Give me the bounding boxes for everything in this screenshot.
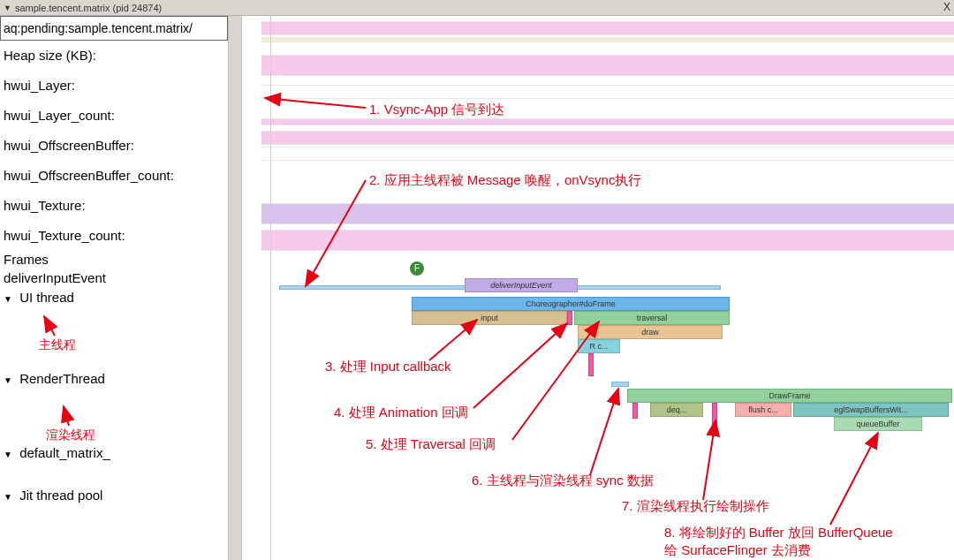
trace-slice[interactable] <box>712 403 717 433</box>
disclosure-icon: ▼ <box>4 489 16 505</box>
trace-track[interactable] <box>261 55 954 76</box>
trace-track[interactable] <box>261 230 954 251</box>
timeline[interactable]: F deliverInputEvent Choreographer#doFram… <box>261 16 954 560</box>
vsync-line <box>270 16 271 560</box>
sidebar-row[interactable]: aq:pending:sample.tencent.matrix/ <box>0 16 228 41</box>
close-button[interactable]: X <box>943 1 950 13</box>
ruler-gutter <box>242 16 261 560</box>
trace-track[interactable] <box>261 203 954 224</box>
disclosure-icon: ▼ <box>4 447 16 463</box>
disclosure-icon: ▼ <box>4 373 16 389</box>
sidebar-row-ui-thread[interactable]: ▼ UI thread <box>0 290 228 307</box>
frame-marker[interactable]: F <box>410 261 424 276</box>
sidebar-row[interactable]: hwui_Texture: <box>0 191 228 221</box>
sidebar-row[interactable]: Heap size (KB): <box>0 41 228 71</box>
trace-draw[interactable]: draw <box>578 325 723 339</box>
trace-track[interactable] <box>261 21 954 35</box>
sidebar-row-default-matrix[interactable]: ▼ default_matrix_ <box>0 445 228 465</box>
trace-slice[interactable] <box>588 353 594 376</box>
trace-sync[interactable] <box>611 382 629 387</box>
trace-deq[interactable]: deq... <box>650 403 703 417</box>
sidebar: aq:pending:sample.tencent.matrix/ Heap s… <box>0 16 228 560</box>
trace-deliver-input[interactable]: deliverInputEvent <box>465 278 578 292</box>
sidebar-row[interactable]: hwui_OffscreenBuffer_count: <box>0 161 228 191</box>
disclosure-icon: ▼ <box>4 291 16 307</box>
trace-track[interactable] <box>261 131 954 145</box>
trace-slice[interactable] <box>632 403 638 419</box>
trace-rec[interactable]: R c... <box>578 339 620 353</box>
splitter[interactable] <box>228 16 242 560</box>
sidebar-row-frames[interactable]: Frames <box>0 251 228 270</box>
trace-queuebuf[interactable]: queueBuffer <box>834 417 922 431</box>
trace-eglswap[interactable]: eglSwapBuffersWit... <box>793 403 949 417</box>
trace-window: ▼ sample.tencent.matrix (pid 24874) X aq… <box>0 0 954 560</box>
trace-track[interactable] <box>261 85 954 99</box>
trace-anim-slice[interactable] <box>567 311 572 325</box>
trace-track[interactable] <box>261 147 954 161</box>
sidebar-row[interactable]: hwui_Layer: <box>0 71 228 101</box>
window-title: sample.tencent.matrix (pid 24874) <box>15 3 162 13</box>
sidebar-row[interactable]: hwui_Texture_count: <box>0 221 228 251</box>
sidebar-row-jit-pool[interactable]: ▼ Jit thread pool <box>0 488 228 507</box>
titlebar: ▼ sample.tencent.matrix (pid 24874) X <box>0 0 954 16</box>
body: aq:pending:sample.tencent.matrix/ Heap s… <box>0 16 954 560</box>
trace-track[interactable] <box>261 118 954 125</box>
collapse-icon[interactable]: ▼ <box>4 4 11 12</box>
trace-track[interactable] <box>261 37 954 42</box>
trace-traversal[interactable]: traversal <box>574 311 730 325</box>
sidebar-row[interactable]: hwui_OffscreenBuffer: <box>0 131 228 161</box>
sidebar-row[interactable]: hwui_Layer_count: <box>0 101 228 131</box>
trace-flush[interactable]: flush c... <box>735 403 791 417</box>
sidebar-row-render-thread[interactable]: ▼ RenderThread <box>0 371 228 390</box>
sidebar-row-deliver[interactable]: deliverInputEvent <box>0 270 228 290</box>
trace-do-frame[interactable]: Choreographer#doFrame <box>412 297 730 311</box>
trace-input[interactable]: input <box>412 311 567 325</box>
trace-drawframe[interactable]: DrawFrame <box>627 389 952 403</box>
